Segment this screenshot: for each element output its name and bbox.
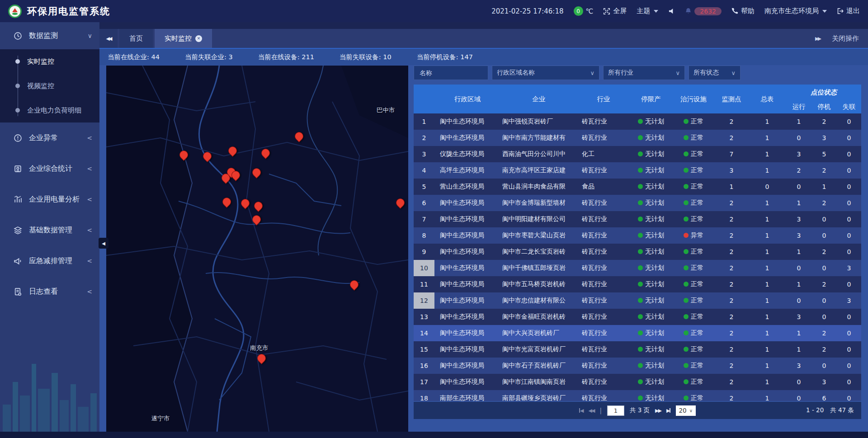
map-panel[interactable]: 巴中市南充市遂宁市 xyxy=(106,66,408,432)
sidebar-subitem[interactable]: 视频监控 xyxy=(0,74,99,98)
tab[interactable]: 实时监控✕ xyxy=(155,29,212,48)
row-index: 18 xyxy=(414,390,434,401)
row-company: 南部县碾垭乡页岩砖厂 xyxy=(500,394,577,401)
next-page-button[interactable]: ▶▶ xyxy=(655,408,661,414)
row-industry: 砖瓦行业 xyxy=(577,378,630,386)
row-index: 11 xyxy=(414,276,434,292)
filter-bar: 行政区域名称∨ 所有行业∨ 所有状态∨ xyxy=(414,66,861,80)
col-region: 行政区域 xyxy=(434,95,500,104)
fullscreen-icon xyxy=(603,8,610,15)
row-region: 阆中生态环境局 xyxy=(434,264,500,272)
name-filter-field[interactable] xyxy=(414,66,488,80)
sidebar-item[interactable]: 企业综合统计< xyxy=(0,153,99,184)
logout-button[interactable]: 退出 xyxy=(837,7,860,15)
region-filter-select[interactable]: 行政区域名称∨ xyxy=(492,66,599,80)
status-filter-select[interactable]: 所有状态∨ xyxy=(689,66,741,80)
row-limit-status: 无计划 xyxy=(630,264,672,272)
row-run: 0 xyxy=(786,395,811,401)
row-limit-status: 无计划 xyxy=(630,329,672,337)
row-lost: 0 xyxy=(837,248,861,255)
row-points: 2 xyxy=(715,378,748,386)
alert-circle-icon xyxy=(14,134,24,142)
status-dot-icon xyxy=(684,347,689,352)
tabbar: ◀◀ 首页实时监控✕ ▶▶ 关闭操作 xyxy=(99,22,868,49)
row-run: 1 xyxy=(786,346,811,353)
row-meters: 1 xyxy=(748,264,786,272)
sound-toggle-button[interactable] xyxy=(668,8,675,14)
row-index: 15 xyxy=(414,341,434,358)
row-run: 0 xyxy=(786,297,811,304)
row-industry: 砖瓦行业 xyxy=(577,215,630,223)
sidebar-item[interactable]: 企业异常< xyxy=(0,122,99,153)
name-filter-input[interactable] xyxy=(419,69,483,77)
main-area: ◀◀ 首页实时监控✕ ▶▶ 关闭操作 当前在线企业: 44当前失联企业: 3当前… xyxy=(99,22,868,438)
row-lost: 0 xyxy=(837,281,861,288)
table-row[interactable]: 10 阆中生态环境局 阆中千佛镇五郎垭页岩 砖瓦行业 无计划 正常 2 1 0 … xyxy=(414,260,861,276)
sidebar-item[interactable]: 日志查看< xyxy=(0,276,99,307)
fullscreen-button[interactable]: 全屏 xyxy=(603,7,627,15)
table-row[interactable]: 8 阆中生态环境局 阆中市枣碧大梁山页岩 砖瓦行业 无计划 异常 2 1 3 0… xyxy=(414,227,861,244)
tab[interactable]: 首页 xyxy=(119,29,153,48)
theme-button[interactable]: 主题 xyxy=(637,7,658,15)
first-page-button[interactable]: ◀ xyxy=(579,408,583,414)
table-row[interactable]: 12 阆中生态环境局 阆中市忠信建材有限公 砖瓦行业 无计划 正常 2 1 0 … xyxy=(414,292,861,309)
page-size-select[interactable]: 20∨ xyxy=(676,405,696,416)
table-row[interactable]: 6 阆中生态环境局 阆中市金博瑞新型墙材 砖瓦行业 无计划 正常 2 1 1 2… xyxy=(414,195,861,211)
sidebar-item[interactable]: 数据监测∨ xyxy=(0,22,99,49)
data-monitor-icon xyxy=(14,32,24,40)
row-points: 2 xyxy=(715,395,748,401)
table-row[interactable]: 1 阆中生态环境局 阆中强锐页岩砖厂 砖瓦行业 无计划 正常 2 1 1 2 0 xyxy=(414,113,861,130)
table-row[interactable]: 16 阆中生态环境局 阆中市石子页岩机砖厂 砖瓦行业 无计划 正常 2 1 3 … xyxy=(414,358,861,374)
row-index: 4 xyxy=(414,162,434,179)
row-index: 14 xyxy=(414,325,434,341)
map-city-label: 巴中市 xyxy=(377,106,395,114)
page-number-input[interactable] xyxy=(607,405,624,416)
row-limit-status: 无计划 xyxy=(630,313,672,321)
tab-scroll-left-button[interactable]: ◀◀ xyxy=(99,29,118,48)
tab-scroll-right-button[interactable]: ▶▶ xyxy=(815,36,820,42)
last-page-button[interactable]: ▶ xyxy=(666,408,670,414)
row-meters: 1 xyxy=(748,151,786,158)
industry-filter-select[interactable]: 所有行业∨ xyxy=(603,66,685,80)
table-row[interactable]: 7 阆中生态环境局 阆中明阳建材有限公司 砖瓦行业 无计划 正常 2 1 3 0… xyxy=(414,211,861,227)
row-index: 6 xyxy=(414,195,434,211)
table-row[interactable]: 14 阆中生态环境局 阆中大兴页岩机砖厂 砖瓦行业 无计划 正常 2 1 1 2… xyxy=(414,325,861,341)
row-points: 2 xyxy=(715,118,748,125)
table-row[interactable]: 3 仪陇生态环境局 西南油气田分公司川中 化工 无计划 正常 7 1 3 5 0 xyxy=(414,146,861,162)
table-row[interactable]: 4 高坪生态环境局 南充市高坪区王家店建 砖瓦行业 无计划 正常 3 1 2 2… xyxy=(414,162,861,179)
prev-page-button[interactable]: ◀◀ xyxy=(588,408,594,414)
sidebar-item[interactable]: 企业用电量分析< xyxy=(0,184,99,215)
table-row[interactable]: 11 阆中生态环境局 阆中市五马桥页岩机砖 砖瓦行业 无计划 正常 2 1 1 … xyxy=(414,276,861,292)
row-points: 1 xyxy=(715,183,748,190)
tab-close-icon[interactable]: ✕ xyxy=(195,35,202,42)
sidebar-item[interactable]: 基础数据管理< xyxy=(0,215,99,245)
row-points: 2 xyxy=(715,297,748,304)
map-city-label: 南充市 xyxy=(250,344,269,352)
col-facility: 治污设施 xyxy=(672,95,715,104)
sidebar-item[interactable]: 应急减排管理< xyxy=(0,245,99,276)
sidebar-collapse-handle[interactable]: ◀ xyxy=(99,238,108,249)
row-region: 阆中生态环境局 xyxy=(434,215,500,223)
org-selector[interactable]: 南充市生态环境局 xyxy=(764,7,827,15)
table-row[interactable]: 15 阆中生态环境局 阆中市光富页岩机砖厂 砖瓦行业 无计划 正常 2 1 1 … xyxy=(414,341,861,358)
notifications-button[interactable]: 2632 xyxy=(685,7,722,15)
sidebar-subitem[interactable]: 实时监控 xyxy=(0,49,99,74)
table-row[interactable]: 9 阆中生态环境局 阆中市二龙长宝页岩砖 砖瓦行业 无计划 正常 2 1 1 2… xyxy=(414,244,861,260)
row-region: 阆中生态环境局 xyxy=(434,378,500,386)
row-stop: 6 xyxy=(811,395,837,401)
status-dot-icon xyxy=(638,217,643,221)
status-dot-icon xyxy=(684,184,689,189)
table-row[interactable]: 18 南部生态环境局 南部县碾垭乡页岩砖厂 砖瓦行业 无计划 正常 2 1 0 … xyxy=(414,390,861,401)
table-row[interactable]: 5 营山生态环境局 营山县润丰肉食品有限 食品 无计划 正常 1 0 0 1 0 xyxy=(414,179,861,195)
row-facility-status: 正常 xyxy=(672,166,715,174)
table-row[interactable]: 13 阆中生态环境局 阆中市金福旺页岩机砖 砖瓦行业 无计划 正常 2 1 3 … xyxy=(414,309,861,325)
row-region: 南部生态环境局 xyxy=(434,394,500,401)
layers-icon xyxy=(14,226,24,235)
sidebar-subitem[interactable]: 企业电力负荷明细 xyxy=(0,98,99,122)
table-row[interactable]: 17 阆中生态环境局 阆中市江南镇阆南页岩 砖瓦行业 无计划 正常 2 1 0 … xyxy=(414,374,861,390)
close-operations-button[interactable]: 关闭操作 xyxy=(832,34,859,43)
row-region: 阆中生态环境局 xyxy=(434,297,500,305)
table-row[interactable]: 2 阆中生态环境局 阆中市南方节能建材有 砖瓦行业 无计划 正常 2 1 0 3… xyxy=(414,130,861,146)
help-button[interactable]: 帮助 xyxy=(731,7,755,15)
chevron-left-icon: < xyxy=(87,134,92,141)
